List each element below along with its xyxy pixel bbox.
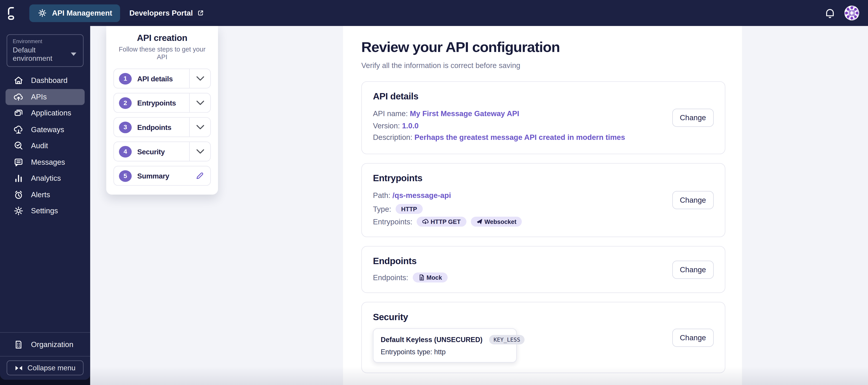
edit-pencil-icon[interactable] xyxy=(189,166,210,185)
document-icon xyxy=(418,274,425,281)
change-entrypoints-button[interactable]: Change xyxy=(672,191,714,209)
organization-icon xyxy=(13,339,24,350)
sidebar-item-applications[interactable]: Applications xyxy=(5,105,85,121)
applications-icon xyxy=(13,108,24,118)
developers-portal-link[interactable]: Developers Portal xyxy=(129,9,204,17)
sidebar-item-label: Gateways xyxy=(31,126,64,134)
chip-label: Websocket xyxy=(485,218,517,225)
audit-search-check-icon xyxy=(13,141,24,151)
environment-select[interactable]: Environment Default environment xyxy=(6,34,84,67)
field-label: Endpoints: xyxy=(373,273,408,282)
cloud-upload-icon xyxy=(13,92,24,102)
sidebar: Environment Default environment Dashbo xyxy=(0,26,90,380)
api-management-switcher[interactable]: API Management xyxy=(29,4,120,22)
step-label: Security xyxy=(137,147,189,156)
websocket-send-icon xyxy=(476,218,483,225)
step-number-badge: 1 xyxy=(119,73,132,84)
sidebar-item-label: Applications xyxy=(31,109,71,117)
type-chip: HTTP xyxy=(396,204,423,214)
step-summary[interactable]: 5 Summary xyxy=(114,166,211,186)
step-label: Endpoints xyxy=(137,123,189,131)
chevron-down-icon[interactable] xyxy=(189,93,210,112)
version-row: Version: 1.0.0 xyxy=(373,120,714,132)
description-row: Description: Perhaps the greatest messag… xyxy=(373,132,714,143)
step-label: Summary xyxy=(137,172,189,180)
change-security-button[interactable]: Change xyxy=(672,328,714,347)
sidebar-item-settings[interactable]: Settings xyxy=(5,203,85,219)
sidebar-item-label: Organization xyxy=(31,340,73,349)
environment-value: Default environment xyxy=(13,46,71,62)
stepper-title: API creation xyxy=(114,33,211,43)
right-gutter xyxy=(742,26,868,385)
sidebar-item-organization[interactable]: Organization xyxy=(5,333,85,356)
card-title: Security xyxy=(373,312,714,322)
sidebar-item-label: Messages xyxy=(31,158,65,166)
endpoints-card: Endpoints Endpoints: Mock Change xyxy=(362,246,725,293)
api-creation-stepper: API creation Follow these steps to get y… xyxy=(106,26,218,195)
field-label: Type: xyxy=(373,205,391,213)
chat-message-icon xyxy=(13,157,24,167)
external-link-icon xyxy=(197,9,204,17)
field-value: /qs-message-api xyxy=(393,191,451,199)
sidebar-item-audit[interactable]: Audit xyxy=(5,138,85,154)
field-label: Entrypoints: xyxy=(373,218,412,226)
cloud-gateway-icon xyxy=(13,124,24,135)
step-security[interactable]: 4 Security xyxy=(114,141,211,161)
cloud-download-icon xyxy=(422,218,429,225)
chevron-down-icon[interactable] xyxy=(189,142,210,161)
step-number-badge: 2 xyxy=(119,97,132,108)
step-entrypoints[interactable]: 2 Entrypoints xyxy=(114,93,211,113)
top-bar: API Management Developers Portal xyxy=(0,0,868,26)
change-api-details-button[interactable]: Change xyxy=(672,108,714,127)
sidebar-item-messages[interactable]: Messages xyxy=(5,154,85,170)
sidebar-item-gateways[interactable]: Gateways xyxy=(5,121,85,138)
entrypoints-card: Entrypoints Path: /qs-message-api Type: … xyxy=(362,163,725,237)
sidebar-item-label: Audit xyxy=(31,142,48,150)
websocket-chip: Websocket xyxy=(471,217,522,226)
step-number-badge: 3 xyxy=(119,121,132,133)
sidebar-item-apis[interactable]: APIs xyxy=(5,89,85,105)
sidebar-item-label: Settings xyxy=(31,207,58,215)
step-endpoints[interactable]: 3 Endpoints xyxy=(114,117,211,137)
path-row: Path: /qs-message-api xyxy=(373,189,714,201)
entrypoints-row: Entrypoints: HTTP GET xyxy=(373,217,714,226)
gear-icon xyxy=(13,206,24,216)
api-name-row: API name: My First Message Gateway API xyxy=(373,108,714,120)
sidebar-column: Environment Default environment Dashbo xyxy=(0,26,90,385)
sidebar-item-label: APIs xyxy=(31,93,47,101)
mock-chip: Mock xyxy=(413,273,447,282)
step-number-badge: 5 xyxy=(119,170,132,181)
security-plan-box: Default Keyless (UNSECURED) KEY_LESS Ent… xyxy=(373,328,517,363)
change-endpoints-button[interactable]: Change xyxy=(672,260,714,279)
type-row: Type: HTTP xyxy=(373,204,714,214)
sidebar-item-dashboard[interactable]: Dashboard xyxy=(5,72,85,89)
app-switcher-label: API Management xyxy=(52,9,112,17)
field-label: API name: xyxy=(373,109,408,118)
stepper-subtitle: Follow these steps to get your API xyxy=(114,45,211,61)
field-value: My First Message Gateway API xyxy=(410,109,519,118)
sidebar-item-analytics[interactable]: Analytics xyxy=(5,170,85,187)
environment-label: Environment xyxy=(13,38,78,44)
gravitee-logo-icon[interactable] xyxy=(6,5,16,21)
step-label: API details xyxy=(137,74,189,83)
portal-link-label: Developers Portal xyxy=(129,9,193,17)
home-icon xyxy=(13,75,24,85)
wizard-column: API creation Follow these steps to get y… xyxy=(90,26,343,385)
collapse-arrows-icon xyxy=(15,365,22,371)
sidebar-item-label: Dashboard xyxy=(31,76,68,85)
api-details-card: API details API name: My First Message G… xyxy=(362,81,725,154)
chip-label: HTTP GET xyxy=(431,218,461,225)
plan-detail: Entrypoints type: http xyxy=(381,348,509,356)
notifications-bell-icon[interactable] xyxy=(824,7,836,19)
sidebar-item-alerts[interactable]: Alerts xyxy=(5,187,85,203)
page-subtitle: Verify all the information is correct be… xyxy=(362,62,725,70)
user-avatar[interactable] xyxy=(844,5,859,20)
page-title: Review your API configuration xyxy=(362,39,725,56)
security-card: Security Default Keyless (UNSECURED) KEY… xyxy=(362,302,725,373)
card-title: API details xyxy=(373,91,714,102)
step-api-details[interactable]: 1 API details xyxy=(114,68,211,89)
collapse-menu-button[interactable]: Collapse menu xyxy=(6,360,84,375)
chevron-down-icon[interactable] xyxy=(189,69,210,88)
sidebar-item-label: Analytics xyxy=(31,174,61,182)
chevron-down-icon[interactable] xyxy=(189,118,210,137)
